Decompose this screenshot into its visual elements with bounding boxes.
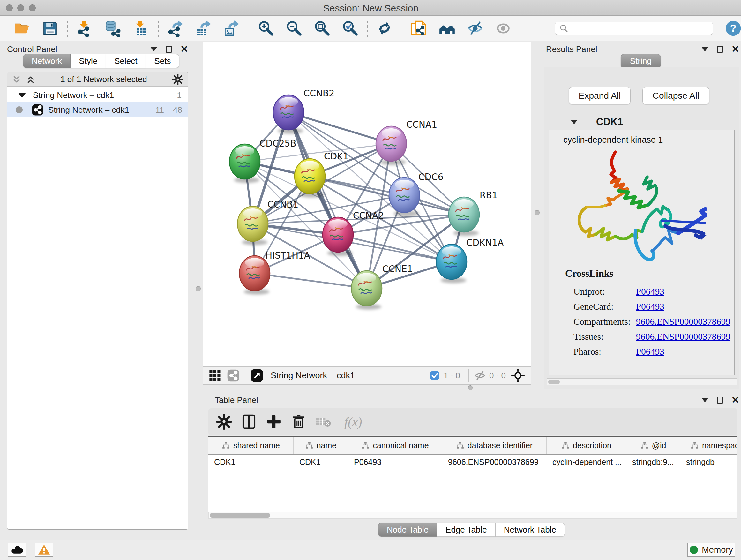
selected-checkbox-icon[interactable] bbox=[429, 370, 440, 381]
first-neighbors-icon[interactable] bbox=[439, 20, 455, 37]
table-horizontal-scrollbar[interactable] bbox=[208, 512, 738, 519]
tab-edge-table[interactable]: Edge Table bbox=[437, 523, 495, 537]
network-view-canvas[interactable]: CCNB2CCNA1CDC25BCDK1CDC6RB1CCNB1CCNA2CDK… bbox=[203, 42, 531, 366]
node-RB1[interactable]: RB1 bbox=[449, 190, 497, 236]
node-CDC6[interactable]: CDC6 bbox=[389, 172, 443, 216]
open-in-window-icon[interactable] bbox=[250, 369, 264, 382]
column-header-canonical-name[interactable]: canonical name bbox=[348, 437, 442, 454]
results-panel-tab-string[interactable]: String bbox=[621, 54, 661, 68]
birds-eye-toggle-icon[interactable] bbox=[227, 369, 240, 382]
fit-selected-crosshair-icon[interactable] bbox=[511, 368, 525, 382]
node-HIST1H1A[interactable]: HIST1H1A bbox=[239, 250, 310, 295]
apply-layout-icon[interactable] bbox=[376, 20, 393, 37]
edge-CCNB2-CCNE1[interactable] bbox=[288, 112, 367, 288]
export-network-icon[interactable] bbox=[167, 20, 184, 37]
cell-canonical-name[interactable]: P06493 bbox=[348, 457, 442, 467]
right-splitter-handle[interactable] bbox=[535, 210, 540, 215]
import-network-file-icon[interactable] bbox=[76, 20, 93, 37]
table-panel-float-icon[interactable] bbox=[717, 396, 723, 403]
collection-expander-icon[interactable] bbox=[18, 93, 26, 98]
left-splitter-handle[interactable] bbox=[196, 286, 201, 291]
crosslink-link[interactable]: 9606.ENSP00000378699 bbox=[636, 331, 731, 347]
delete-column-icon[interactable] bbox=[291, 414, 307, 430]
column-header-shared-name[interactable]: shared name bbox=[208, 437, 293, 454]
results-panel-float-icon[interactable] bbox=[717, 46, 723, 53]
column-header-description[interactable]: description bbox=[547, 437, 626, 454]
export-table-icon[interactable] bbox=[195, 20, 212, 37]
hide-selected-icon[interactable] bbox=[467, 20, 483, 37]
main-toolbar: ? bbox=[0, 16, 741, 41]
results-panel-title: Results Panel bbox=[546, 44, 597, 54]
import-network-database-icon[interactable] bbox=[105, 20, 121, 37]
import-table-file-icon[interactable] bbox=[132, 20, 149, 37]
grid-view-icon[interactable] bbox=[208, 369, 221, 382]
control-panel-tabs: NetworkStyleSelectSets bbox=[23, 54, 179, 68]
edge-HIST1H1A-CCNE1[interactable] bbox=[255, 273, 367, 288]
results-panel-scrollbar[interactable] bbox=[547, 378, 737, 385]
export-image-icon[interactable] bbox=[223, 20, 240, 37]
bottom-splitter-handle[interactable] bbox=[468, 385, 473, 390]
cell--id[interactable]: stringdb:9... bbox=[626, 457, 680, 467]
control-panel-menu-icon[interactable] bbox=[150, 47, 157, 51]
control-panel-float-icon[interactable] bbox=[165, 46, 172, 53]
cell-name[interactable]: CDK1 bbox=[293, 457, 348, 467]
help-icon[interactable]: ? bbox=[725, 20, 741, 37]
network-options-gear-icon[interactable] bbox=[172, 74, 184, 85]
network-collection-row[interactable]: String Network – cdk1 1 bbox=[7, 88, 188, 103]
cdk1-collapse-icon[interactable] bbox=[570, 120, 578, 124]
network-row[interactable]: String Network – cdk1 11 48 bbox=[7, 103, 188, 117]
cell-shared-name[interactable]: CDK1 bbox=[208, 457, 293, 467]
collapse-all-button[interactable]: Collapse All bbox=[643, 87, 710, 105]
column-header-namespace[interactable]: namespace bbox=[680, 437, 738, 454]
add-column-icon[interactable] bbox=[266, 414, 282, 430]
results-panel-menu-icon[interactable] bbox=[701, 47, 709, 51]
collapse-all-networks-icon[interactable] bbox=[12, 75, 21, 84]
show-all-icon[interactable] bbox=[495, 20, 512, 37]
expand-all-button[interactable]: Expand All bbox=[569, 87, 630, 105]
node-CDKN1A[interactable]: CDKN1A bbox=[436, 238, 503, 283]
tab-style[interactable]: Style bbox=[71, 54, 106, 68]
open-session-icon[interactable] bbox=[14, 20, 30, 37]
zoom-fit-icon[interactable] bbox=[314, 20, 330, 37]
crosslink-link[interactable]: 9606.ENSP00000378699 bbox=[636, 316, 731, 331]
node-CCNE1[interactable]: CCNE1 bbox=[351, 264, 413, 310]
crosslink-label: Tissues: bbox=[574, 331, 636, 347]
expand-all-networks-icon[interactable] bbox=[26, 75, 36, 84]
crosslink-link[interactable]: P06493 bbox=[636, 301, 664, 316]
control-panel-close-icon[interactable]: ✕ bbox=[180, 46, 188, 53]
column-header-name[interactable]: name bbox=[293, 437, 348, 454]
tab-network[interactable]: Network bbox=[23, 54, 71, 68]
show-columns-icon[interactable] bbox=[241, 414, 257, 430]
cloud-button[interactable] bbox=[8, 543, 26, 557]
table-panel-close-icon[interactable]: ✕ bbox=[731, 396, 739, 403]
edge-CCNB2-CCNA1[interactable] bbox=[288, 112, 391, 144]
crosslink-link[interactable]: P06493 bbox=[636, 347, 664, 361]
column-header--id[interactable]: @id bbox=[626, 437, 680, 454]
node-table[interactable]: shared namenamecanonical namedatabase id… bbox=[208, 436, 738, 512]
network-view-toolbar: String Network – cdk1 1 - 0 0 - 0 bbox=[203, 366, 531, 385]
cell-description[interactable]: cyclin-dependent ... bbox=[547, 457, 626, 467]
zoom-in-icon[interactable] bbox=[258, 20, 274, 37]
table-options-gear-icon[interactable] bbox=[216, 414, 232, 430]
cell-database-identifier[interactable]: 9606.ENSP00000378699 bbox=[442, 457, 547, 467]
zoom-out-icon[interactable] bbox=[286, 20, 302, 37]
cell-namespace[interactable]: stringdb bbox=[680, 457, 738, 467]
column-header-database-identifier[interactable]: database identifier bbox=[442, 437, 547, 454]
tab-sets[interactable]: Sets bbox=[146, 54, 179, 68]
search-field[interactable] bbox=[555, 22, 713, 35]
memory-button[interactable]: Memory bbox=[687, 543, 735, 557]
tab-node-table[interactable]: Node Table bbox=[378, 523, 437, 537]
tab-select[interactable]: Select bbox=[106, 54, 146, 68]
tab-network-table[interactable]: Network Table bbox=[495, 523, 565, 537]
table-panel-menu-icon[interactable] bbox=[701, 398, 709, 402]
zoom-selected-icon[interactable] bbox=[342, 20, 358, 37]
results-panel-close-icon[interactable]: ✕ bbox=[731, 46, 739, 53]
save-session-icon[interactable] bbox=[42, 20, 58, 37]
crosslink-link[interactable]: P06493 bbox=[636, 287, 664, 301]
create-network-from-selection-icon[interactable] bbox=[411, 20, 427, 37]
warnings-button[interactable] bbox=[35, 543, 53, 557]
footer-separator bbox=[245, 369, 245, 382]
table-row[interactable]: CDK1CDK1P064939606.ENSP00000378699cyclin… bbox=[208, 455, 738, 469]
search-input[interactable] bbox=[569, 23, 709, 33]
cdk1-card-header[interactable]: CDK1 bbox=[547, 114, 737, 130]
